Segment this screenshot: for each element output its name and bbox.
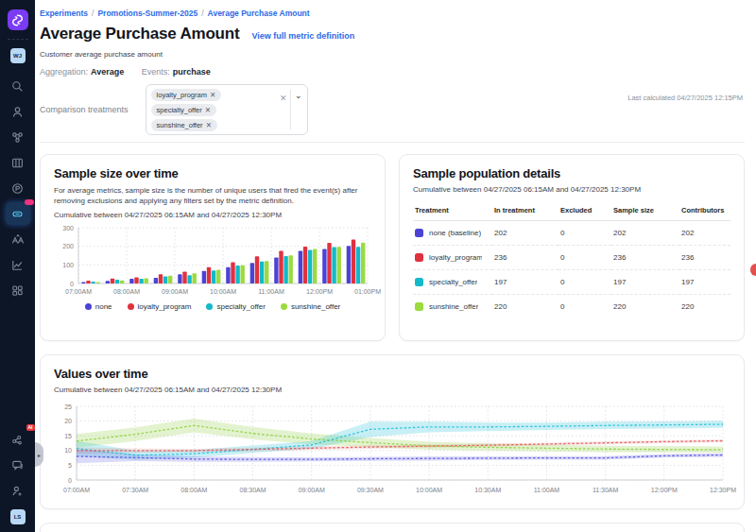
segments-icon[interactable] [6,126,30,148]
svg-text:11:00AM: 11:00AM [534,487,560,493]
legend-loyalty-program[interactable]: loyalty_program [128,302,192,311]
treatment-swatch [415,253,423,262]
cumulative-range: Cumulative between 04/27/2025 06:15AM an… [54,386,730,394]
treatment-select[interactable]: loyalty_program✕ specialty_offer✕ sunshi… [146,84,308,135]
svg-text:01:00PM: 01:00PM [354,288,381,295]
treatment-swatch [415,278,423,286]
svg-text:200: 200 [62,244,74,250]
search-icon[interactable] [6,75,30,97]
table-row: sunshine_offer 2200220220 [413,295,730,319]
svg-text:11:00AM: 11:00AM [258,288,284,295]
svg-text:09:00AM: 09:00AM [162,288,188,295]
chart-legend: none loyalty_program specialty_offer sun… [54,302,371,311]
svg-text:08:00AM: 08:00AM [180,487,207,493]
svg-text:20: 20 [64,418,72,424]
svg-text:12:30PM: 12:30PM [710,487,736,493]
right-edge-handle[interactable] [750,264,756,276]
col-contributors: Contributors [679,201,730,221]
col-treatment: Treatment [413,201,492,221]
feedback-icon[interactable] [6,454,30,476]
chip-remove-icon[interactable]: ✕ [205,106,211,114]
pulse-icon[interactable] [6,177,30,199]
sidebar-divider [8,39,28,40]
app-root: WJ AI [0,0,756,532]
ai-assistant-icon[interactable]: AI [6,428,30,451]
aggregation-label: Aggregation: [40,67,88,77]
chevron-down-icon[interactable]: ⌄ [295,91,302,100]
metrics-icon[interactable] [6,253,30,276]
table-row: specialty_offer 1970197197 [413,270,730,295]
svg-text:07:30AM: 07:30AM [122,487,148,493]
columns-icon[interactable] [6,151,30,174]
svg-text:0: 0 [68,477,72,484]
workspace-avatar[interactable]: WJ [10,48,26,63]
svg-text:10: 10 [64,447,72,454]
card-description: For average metrics, sample size is the … [54,185,366,206]
users-icon[interactable] [6,100,30,123]
population-details-card: Sample population details Cumulative bet… [399,154,745,341]
breadcrumb-separator: / [92,9,94,18]
aggregation-value: Average [91,67,124,77]
population-table: Treatment In treatment Excluded Sample s… [413,201,730,318]
aggregation-row: Aggregation:Average Events:purchase [40,67,745,77]
breadcrumb-separator: / [201,9,203,18]
cumulative-range: Cumulative between 04/27/2025 06:15AM an… [413,185,730,194]
breadcrumb-experiments[interactable]: Experiments [40,9,88,18]
apps-grid-icon[interactable] [6,279,30,301]
chip-remove-icon[interactable]: ✕ [210,91,215,99]
card-title: Values over time [54,367,730,381]
svg-text:12:00PM: 12:00PM [306,288,333,295]
main-content: Experiments/Promotions-Summer-2025/Avera… [35,0,756,532]
header-divider [40,142,745,143]
col-sample-size: Sample size [611,201,679,221]
svg-text:25: 25 [64,403,72,410]
values-over-time-card: Values over time Cumulative between 04/2… [40,354,745,509]
table-row: loyalty_program 2360236236 [413,246,730,270]
comparison-label: Comparison treatments [40,105,129,114]
chip-specialty-offer[interactable]: specialty_offer✕ [151,104,217,116]
values-line-chart: 051015202507:00AM07:30AM08:00AM08:30AM09… [54,402,730,504]
dynamic-config-icon[interactable] [6,228,30,250]
sample-size-card: Sample size over time For average metric… [40,154,386,341]
svg-text:10:00AM: 10:00AM [210,288,236,295]
breadcrumb-experiment-name[interactable]: Promotions-Summer-2025 [97,9,198,18]
breadcrumb: Experiments/Promotions-Summer-2025/Avera… [40,0,745,18]
card-title: Sample population details [413,166,730,180]
ai-badge: AI [26,424,35,431]
invite-user-icon[interactable] [6,479,30,502]
comparison-row: Comparison treatments loyalty_program✕ s… [40,84,745,135]
legend-specialty-offer[interactable]: specialty_offer [206,302,265,311]
svg-text:300: 300 [62,225,74,232]
col-in-treatment: In treatment [492,201,558,221]
chip-sunshine-offer[interactable]: sunshine_offer✕ [151,119,217,131]
svg-text:09:00AM: 09:00AM [299,487,325,493]
chip-remove-icon[interactable]: ✕ [206,121,212,129]
svg-text:5: 5 [68,462,72,469]
card-title: Sample size over time [54,166,371,180]
treatment-swatch [415,302,423,311]
svg-text:0: 0 [70,281,74,287]
legend-none[interactable]: none [85,302,112,311]
new-badge [25,199,34,205]
chip-loyalty-program[interactable]: loyalty_program✕ [151,89,222,101]
page-title: Average Purchase Amount [40,25,239,43]
legend-sunshine-offer[interactable]: sunshine_offer [281,302,340,311]
breadcrumb-current: Average Purchase Amount [208,9,310,18]
svg-text:15: 15 [64,433,72,439]
metric-dispersion-card: Metric dispersion Cumulative between 04/… [40,523,745,532]
svg-text:08:30AM: 08:30AM [240,487,266,493]
svg-text:08:00AM: 08:00AM [113,288,140,295]
sidebar-item-experiments[interactable] [6,202,30,225]
treatment-swatch [415,229,423,237]
account-avatar[interactable]: LS [10,509,26,524]
table-row: none (baseline) 2020202202 [413,221,730,246]
events-label: Events: [142,67,170,77]
view-metric-definition-link[interactable]: View full metric definition [251,31,354,41]
sample-size-bar-chart: 010020030007:00AM08:00AM09:00AM10:00AM11… [54,224,371,300]
svg-text:10:00AM: 10:00AM [416,487,442,493]
select-divider [290,90,291,129]
svg-text:07:00AM: 07:00AM [63,487,90,493]
clear-all-icon[interactable]: ✕ [280,94,287,103]
app-logo-icon[interactable] [8,9,28,30]
cumulative-range: Cumulative between 04/27/2025 06:15AM an… [54,211,371,219]
